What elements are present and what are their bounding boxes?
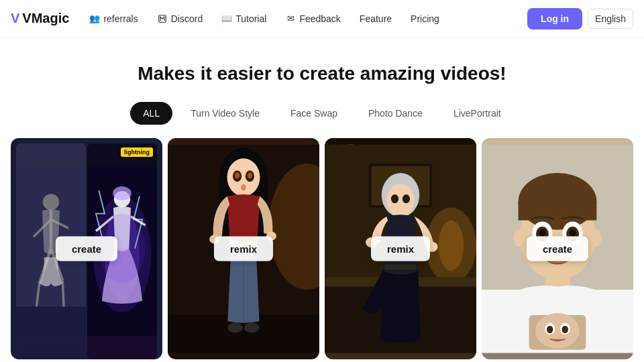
svg-rect-56 bbox=[519, 202, 597, 221]
svg-point-61 bbox=[539, 229, 545, 237]
gallery-card-1[interactable]: lightning create bbox=[11, 138, 162, 359]
svg-point-47 bbox=[402, 194, 410, 203]
nav-pricing[interactable]: Pricing bbox=[404, 9, 446, 28]
svg-point-71 bbox=[562, 326, 568, 333]
tab-all[interactable]: ALL bbox=[130, 102, 172, 125]
login-button[interactable]: Log in bbox=[527, 8, 582, 29]
nav-referrals[interactable]: 👥 referrals bbox=[83, 9, 144, 28]
tab-face-swap[interactable]: Face Swap bbox=[278, 102, 350, 125]
referrals-icon: 👥 bbox=[89, 13, 100, 24]
nav-feature[interactable]: Feature bbox=[353, 9, 398, 28]
gallery: lightning create anime_style_4 bbox=[0, 138, 644, 359]
svg-point-65 bbox=[589, 229, 602, 247]
discord-icon bbox=[157, 13, 168, 24]
svg-point-35 bbox=[244, 323, 260, 333]
svg-point-45 bbox=[386, 184, 414, 217]
svg-point-41 bbox=[439, 221, 464, 271]
gallery-card-3[interactable]: 十大通杀肌 5.挑手 即时 bbox=[325, 138, 476, 359]
svg-point-64 bbox=[513, 229, 526, 247]
card-1-create-button[interactable]: create bbox=[56, 237, 117, 261]
nav-tutorial[interactable]: 📖 Tutorial bbox=[215, 9, 273, 28]
tutorial-icon: 📖 bbox=[221, 13, 232, 24]
svg-point-34 bbox=[227, 323, 243, 333]
hero-section: Makes it easier to create amazing videos… bbox=[0, 38, 644, 102]
svg-point-70 bbox=[547, 326, 553, 333]
gallery-card-4[interactable]: create bbox=[482, 138, 633, 359]
card-2-remix-button[interactable]: remix bbox=[214, 237, 273, 261]
svg-point-15 bbox=[113, 186, 131, 200]
svg-rect-2 bbox=[16, 307, 86, 336]
svg-line-10 bbox=[62, 281, 64, 307]
tab-turn-video-style[interactable]: Turn Video Style bbox=[178, 102, 272, 125]
svg-point-28 bbox=[235, 172, 240, 178]
navbar: VVMagic 👥 referrals Discord 📖 Tutorial ✉… bbox=[0, 0, 644, 38]
svg-point-30 bbox=[241, 184, 246, 190]
filter-tabs: ALL Turn Video Style Face Swap Photo Dan… bbox=[0, 102, 644, 138]
gallery-card-2[interactable]: anime_style_4 bbox=[168, 138, 319, 359]
language-selector[interactable]: English bbox=[588, 9, 633, 29]
tab-photo-dance[interactable]: Photo Dance bbox=[356, 102, 435, 125]
feedback-icon: ✉ bbox=[285, 13, 296, 24]
tab-liveportrait[interactable]: LivePortrait bbox=[441, 102, 514, 125]
logo-icon: V bbox=[11, 11, 19, 26]
svg-point-29 bbox=[248, 172, 253, 178]
svg-point-3 bbox=[43, 194, 59, 210]
nav-discord[interactable]: Discord bbox=[150, 9, 209, 28]
svg-point-62 bbox=[570, 229, 576, 237]
hero-title: Makes it easier to create amazing videos… bbox=[13, 62, 631, 86]
card-lightning-label: lightning bbox=[121, 147, 153, 157]
svg-rect-48 bbox=[384, 265, 416, 270]
svg-point-46 bbox=[391, 194, 398, 203]
card-4-create-button[interactable]: create bbox=[527, 237, 588, 261]
logo[interactable]: VVMagic bbox=[11, 11, 69, 26]
svg-point-67 bbox=[535, 313, 580, 349]
nav-feedback[interactable]: ✉ Feedback bbox=[278, 9, 347, 28]
card-3-remix-button[interactable]: remix bbox=[371, 237, 430, 261]
